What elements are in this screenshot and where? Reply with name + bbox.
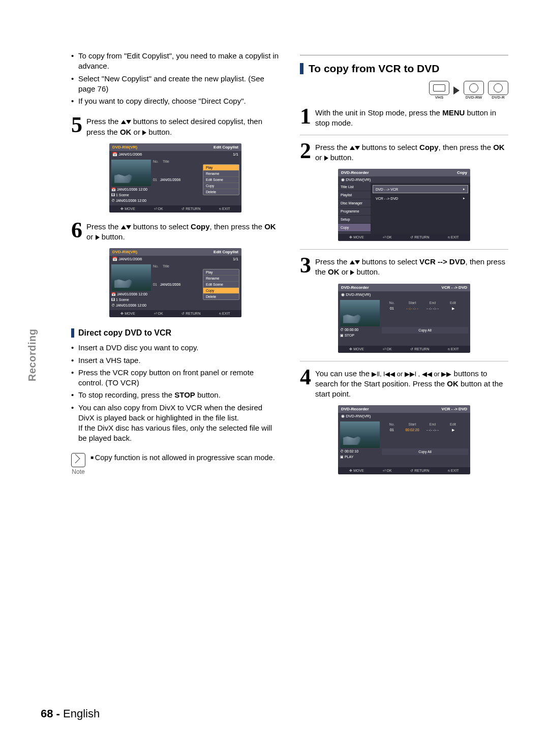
list-item: To copy from "Edit Copylist", you need t…: [71, 51, 280, 72]
step-6: 6 Press the buttons to select Copy, then…: [71, 221, 280, 243]
up-icon: [350, 260, 355, 264]
up-icon: [121, 120, 126, 124]
divider: [300, 249, 508, 250]
osd-vcr-dvd-stop: DVD-RecorderVCR - -> DVD ◉ DVD-RW(VR) ⏱ …: [338, 284, 470, 353]
thumbnail: [340, 300, 380, 326]
osd-copy-menu: DVD-RecorderCopy ◉ DVD-RW(VR) Title List…: [338, 169, 470, 241]
step-5: 5 Press the buttons to select desired co…: [71, 115, 280, 137]
play-icon: [96, 235, 100, 240]
list-item: Press the VCR copy button on front panel…: [71, 368, 280, 388]
step-text: Press the buttons to select Copy, then p…: [86, 221, 280, 243]
osd-vcr-dvd-play: DVD-RecorderVCR - -> DVD ◉ DVD-RW(VR) ⏱ …: [338, 405, 470, 474]
step-3: 3 Press the buttons to select VCR --> DV…: [300, 256, 508, 278]
osd-edit-copylist: DVD-RW(VR)Edit Copylist 📅 JAN/01/20061/1…: [109, 143, 241, 213]
pre-bullet-list: To copy from "Edit Copylist", you need t…: [71, 51, 280, 106]
direct-copy-list: Insert a DVD disc you want to copy. Inse…: [71, 343, 280, 443]
osd-edit-copylist-copy: DVD-RW(VR)Edit Copylist 📅 JAN/01/20061/1…: [109, 248, 241, 317]
down-icon: [126, 225, 131, 229]
step-1: 1 With the unit in Stop mode, press the …: [300, 107, 508, 129]
step-text: Press the buttons to select Copy, then p…: [315, 141, 508, 163]
step-number: 2: [300, 141, 311, 160]
list-item: If you want to copy directly, choose "Di…: [71, 96, 280, 106]
accent-bar: [300, 63, 303, 74]
list-item: To stop recording, press the STOP button…: [71, 390, 280, 400]
subheading-direct-copy: Direct copy DVD to VCR: [71, 328, 280, 338]
thumbnail: [111, 264, 151, 291]
up-icon: [121, 225, 126, 229]
note-text: Copy function is not allowed in progress…: [90, 453, 275, 463]
note-box: Note Copy function is not allowed in pro…: [71, 453, 280, 475]
list-item: Insert a VHS tape.: [71, 355, 280, 366]
disc-icon: [488, 81, 508, 95]
context-menu: Play Rename Edit Scene Copy Delete: [203, 164, 239, 195]
heading-vcr-to-dvd: To copy from VCR to DVD: [300, 63, 508, 75]
note-icon: [71, 453, 85, 467]
step-text: Press the buttons to select VCR --> DVD,…: [315, 256, 508, 278]
down-icon: [355, 146, 360, 150]
section-tab: Recording: [26, 329, 38, 381]
step-text: With the unit in Stop mode, press the ME…: [315, 107, 508, 129]
step-text: You can use the ▶ll, l◀◀ or ▶▶l , ◀◀ or …: [315, 368, 508, 400]
play-icon: [324, 156, 328, 161]
step-4: 4 You can use the ▶ll, l◀◀ or ▶▶l , ◀◀ o…: [300, 368, 508, 400]
vhs-icon: [429, 81, 449, 95]
divider: [300, 55, 508, 55]
up-icon: [350, 146, 355, 150]
step-text: Press the buttons to select desired copy…: [86, 115, 280, 137]
transport-icons: ▶ll, l◀◀ or ▶▶l , ◀◀ or ▶▶: [372, 370, 451, 378]
step-number: 4: [300, 368, 311, 386]
step-2: 2 Press the buttons to select Copy, then…: [300, 141, 508, 163]
step-number: 5: [71, 115, 82, 134]
context-menu: Play Rename Edit Scene Copy Delete: [203, 269, 239, 300]
disc-icon: [464, 81, 484, 95]
down-icon: [355, 260, 360, 264]
divider: [300, 361, 508, 361]
play-icon: [142, 130, 146, 135]
divider: [300, 135, 508, 135]
step-number: 1: [300, 107, 311, 126]
thumbnail: [111, 160, 151, 186]
thumbnail: [340, 421, 380, 448]
step-number: 6: [71, 221, 82, 239]
down-icon: [126, 120, 131, 124]
note-label: Note: [72, 468, 84, 475]
page-footer: 68 - English: [41, 707, 100, 720]
step-number: 3: [300, 256, 311, 275]
device-icons: VHS DVD-RW DVD-R: [300, 81, 508, 100]
accent-bar: [71, 328, 74, 338]
list-item: Select "New Copylist" and create the new…: [71, 74, 280, 95]
list-item: Insert a DVD disc you want to copy.: [71, 343, 280, 353]
arrow-right-icon: [453, 86, 460, 95]
list-item: You can also copy from DivX to VCR when …: [71, 403, 280, 444]
